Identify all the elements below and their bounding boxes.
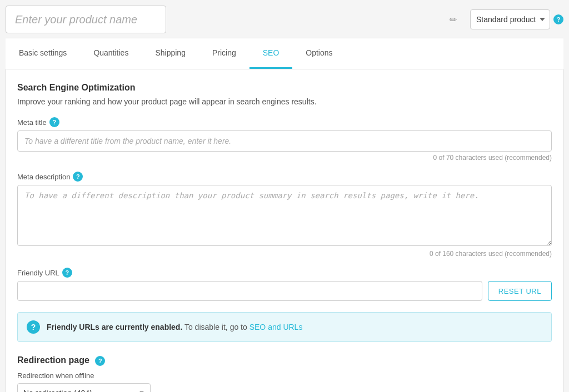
- meta-description-label: Meta description ?: [17, 172, 552, 182]
- friendly-url-label: Friendly URL ?: [17, 268, 552, 278]
- tab-quantities[interactable]: Quantities: [80, 38, 142, 69]
- meta-title-group: Meta title ? 0 of 70 characters used (re…: [17, 117, 552, 162]
- meta-title-input[interactable]: [17, 130, 552, 152]
- product-type-select[interactable]: Standard product: [470, 9, 550, 29]
- friendly-url-input[interactable]: [17, 281, 482, 301]
- meta-title-label: Meta title ?: [17, 117, 552, 127]
- friendly-url-group: Friendly URL ? RESET URL: [17, 268, 552, 301]
- header-bar: ✏ Standard product ?: [6, 6, 563, 33]
- redirection-section-title: Redirection page ?: [17, 355, 552, 366]
- friendly-url-help-icon[interactable]: ?: [62, 268, 72, 278]
- tab-bar: Basic settings Quantities Shipping Prici…: [6, 38, 563, 69]
- product-type-help-icon[interactable]: ?: [553, 14, 563, 24]
- redirection-help-icon[interactable]: ?: [95, 356, 105, 366]
- product-name-input[interactable]: [6, 6, 166, 33]
- meta-description-group: Meta description ? 0 of 160 characters u…: [17, 172, 552, 258]
- seo-and-urls-link[interactable]: SEO and URLs: [249, 323, 303, 331]
- meta-title-help-icon[interactable]: ?: [49, 117, 59, 127]
- reset-url-button[interactable]: RESET URL: [488, 281, 552, 301]
- meta-description-char-count: 0 of 160 characters used (recommended): [17, 250, 552, 258]
- url-row: RESET URL: [17, 281, 552, 301]
- pencil-icon[interactable]: ✏: [450, 14, 457, 25]
- tab-basic-settings[interactable]: Basic settings: [6, 38, 80, 69]
- offline-label: Redirection when offline: [17, 371, 552, 380]
- redirect-select[interactable]: No redirection (404) Permanent redirecti…: [17, 383, 151, 392]
- info-banner-text: Friendly URLs are currently enabled. To …: [47, 323, 302, 331]
- meta-title-char-count: 0 of 70 characters used (recommended): [17, 154, 552, 162]
- tab-shipping[interactable]: Shipping: [142, 38, 199, 69]
- product-name-wrapper: ✏: [6, 6, 465, 33]
- meta-description-input[interactable]: [17, 185, 552, 246]
- page-wrapper: ✏ Standard product ? Basic settings Quan…: [0, 0, 569, 392]
- product-type-select-wrapper: Standard product ?: [470, 9, 563, 29]
- redirect-select-wrapper: No redirection (404) Permanent redirecti…: [17, 383, 151, 392]
- info-banner-icon: ?: [27, 320, 40, 334]
- tab-options[interactable]: Options: [292, 38, 346, 69]
- tab-pricing[interactable]: Pricing: [199, 38, 249, 69]
- friendly-url-info-banner: ? Friendly URLs are currently enabled. T…: [17, 312, 552, 342]
- tab-seo[interactable]: SEO: [249, 38, 293, 69]
- seo-section-desc: Improve your ranking and how your produc…: [17, 97, 552, 106]
- seo-section-title: Search Engine Optimization: [17, 83, 552, 93]
- meta-description-help-icon[interactable]: ?: [73, 172, 83, 182]
- seo-content-area: Search Engine Optimization Improve your …: [6, 69, 563, 392]
- redirection-section: Redirection page ? Redirection when offl…: [17, 355, 552, 392]
